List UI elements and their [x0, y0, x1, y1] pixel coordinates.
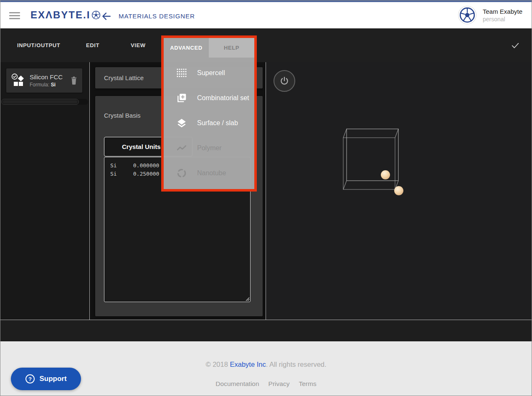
- menu-help[interactable]: HELP: [209, 38, 254, 58]
- power-button[interactable]: [274, 70, 295, 92]
- menu-item-nanotube: Nanotube: [164, 161, 254, 186]
- menu-view[interactable]: VIEW: [131, 28, 146, 62]
- power-icon: [279, 76, 289, 86]
- menu-item-surface-slab[interactable]: Surface / slab: [164, 111, 254, 136]
- support-button[interactable]: ? Support: [11, 368, 81, 390]
- link-terms[interactable]: Terms: [299, 380, 316, 388]
- team-avatar: [459, 6, 476, 24]
- link-documentation[interactable]: Documentation: [215, 380, 259, 388]
- copyright-text: © 2018 Exabyte Inc. All rights reserved.: [0, 361, 532, 368]
- exabyte-logo[interactable]: EXΛBYTE.I: [30, 9, 101, 21]
- polymer-zigzag-icon: [176, 143, 187, 154]
- scrollbar-thumb[interactable]: [1, 99, 79, 105]
- user-menu[interactable]: Team Exabyte personal: [459, 6, 522, 24]
- apply-check-icon[interactable]: [511, 41, 520, 50]
- annotation-highlight: ADVANCED HELP Supercell: [161, 35, 257, 192]
- soccer-ball-icon: [91, 10, 101, 20]
- menu-input-output[interactable]: INPUT/OUTPUT: [17, 28, 60, 62]
- menu-edit[interactable]: EDIT: [86, 28, 99, 62]
- material-formula: Formula: Si: [30, 82, 66, 88]
- link-privacy[interactable]: Privacy: [269, 380, 290, 388]
- atom-sphere: [394, 186, 403, 195]
- app-header: EXΛBYTE.I MATERIALS DESIGNER: [0, 2, 532, 28]
- atom-sphere: [381, 170, 390, 179]
- advanced-menu-list: Supercell Combinatorial set Surface / sl…: [164, 58, 254, 186]
- menu-item-polymer: Polymer: [164, 136, 254, 161]
- viewer-3d-panel: [266, 62, 532, 320]
- back-arrow-icon[interactable]: [101, 11, 112, 22]
- user-scope: personal: [483, 16, 522, 23]
- dropdown-tab-row: ADVANCED HELP: [164, 38, 254, 58]
- combinatorial-set-icon: [176, 93, 187, 103]
- svg-text:?: ?: [28, 376, 32, 382]
- help-question-icon: ?: [25, 374, 35, 384]
- brand-text: EXΛBYTE.I: [30, 9, 90, 21]
- material-list-item[interactable]: Silicon FCC Formula: Si: [6, 68, 82, 93]
- main-workspace: Silicon FCC Formula: Si Crys: [0, 62, 532, 320]
- page-title: MATERIALS DESIGNER: [119, 13, 195, 20]
- nanotube-loop-icon: [176, 168, 187, 179]
- hamburger-menu-icon[interactable]: [9, 10, 20, 21]
- structure-3d-viewport[interactable]: [337, 124, 408, 199]
- app-window: EXΛBYTE.I MATERIALS DESIGNER: [0, 0, 532, 396]
- surface-slab-layers-icon: [176, 118, 187, 129]
- menu-advanced[interactable]: ADVANCED: [164, 38, 209, 58]
- materials-sidebar: Silicon FCC Formula: Si: [0, 62, 89, 320]
- crystal-basis-header: Crystal Basis: [104, 112, 141, 119]
- sidebar-scrollbar[interactable]: [1, 99, 88, 105]
- supercell-grid-icon: [176, 68, 187, 78]
- menu-item-combinatorial-set[interactable]: Combinatorial set: [164, 86, 254, 111]
- bottom-toolbar-band: [0, 320, 532, 341]
- menu-item-supercell[interactable]: Supercell: [164, 61, 254, 86]
- company-link[interactable]: Exabyte Inc: [230, 361, 266, 368]
- material-icon: [10, 73, 25, 88]
- formula-value: Si: [51, 82, 56, 88]
- designer-menubar: INPUT/OUTPUT EDIT VIEW: [0, 28, 532, 62]
- delete-trash-icon[interactable]: [70, 76, 78, 85]
- user-name: Team Exabyte: [483, 8, 522, 15]
- page-footer: © 2018 Exabyte Inc. All rights reserved.…: [0, 341, 532, 396]
- material-name: Silicon FCC: [30, 73, 66, 81]
- unit-cell-wireframe: [343, 129, 398, 189]
